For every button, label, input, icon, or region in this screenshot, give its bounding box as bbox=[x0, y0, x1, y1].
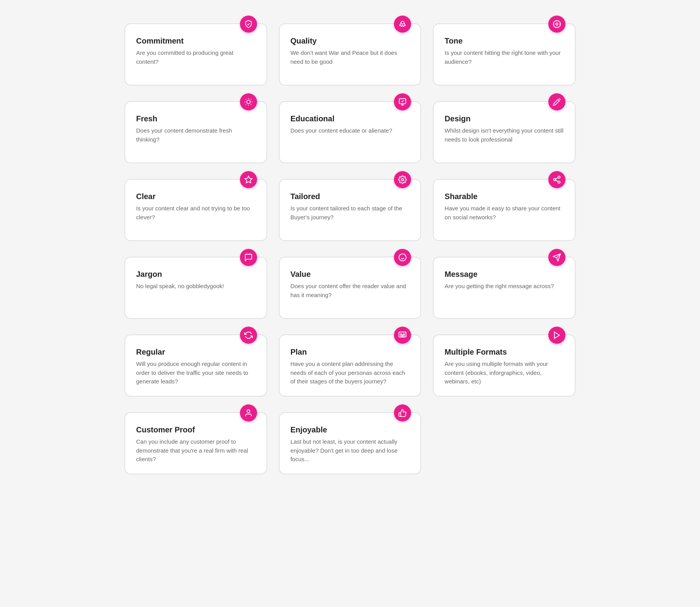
quality-icon bbox=[394, 16, 411, 33]
card-regular: Regular Will you produce enough regular … bbox=[124, 334, 267, 397]
tone-desc: Is your content hitting the right tone w… bbox=[444, 49, 564, 66]
svg-line-25 bbox=[556, 180, 558, 182]
fresh-icon bbox=[240, 93, 257, 110]
card-multiple-formats: Multiple Formats Are you using multiple … bbox=[433, 334, 576, 397]
sharable-desc: Have you made it easy to share your cont… bbox=[444, 204, 564, 222]
jargon-icon bbox=[240, 249, 257, 266]
commitment-icon bbox=[240, 16, 257, 33]
regular-title: Regular bbox=[136, 348, 256, 357]
multiple-formats-icon bbox=[548, 327, 565, 344]
educational-title: Educational bbox=[290, 114, 410, 123]
svg-point-33 bbox=[401, 334, 402, 335]
svg-point-24 bbox=[558, 181, 560, 184]
card-customer-proof: Customer Proof Can you include any custo… bbox=[124, 412, 267, 474]
svg-point-22 bbox=[558, 176, 560, 178]
svg-point-2 bbox=[556, 23, 558, 25]
enjoyable-desc: Last but not least, is your content actu… bbox=[290, 437, 410, 464]
plan-icon bbox=[394, 327, 411, 344]
value-icon bbox=[394, 249, 411, 266]
svg-line-14 bbox=[246, 104, 246, 105]
regular-icon bbox=[240, 327, 257, 344]
card-fresh: Fresh Does your content demonstrate fres… bbox=[124, 101, 267, 163]
card-design: Design Whilst design isn't everything yo… bbox=[433, 101, 576, 163]
clear-desc: Is your content clear and not trying to … bbox=[136, 204, 256, 222]
svg-point-0 bbox=[401, 21, 404, 24]
svg-marker-20 bbox=[245, 176, 252, 183]
svg-line-11 bbox=[250, 104, 251, 105]
customer-proof-icon bbox=[240, 404, 257, 422]
svg-point-21 bbox=[402, 178, 404, 181]
educational-icon bbox=[394, 93, 411, 110]
svg-line-19 bbox=[559, 98, 560, 100]
customer-proof-title: Customer Proof bbox=[136, 425, 256, 434]
card-tailored: Tailored Is your content tailored to eac… bbox=[279, 179, 422, 241]
card-clear: Clear Is your content clear and not tryi… bbox=[124, 179, 267, 241]
svg-line-10 bbox=[246, 99, 246, 100]
card-grid: Commitment Are you committed to producin… bbox=[117, 16, 583, 482]
card-plan: Plan Have you a content plan addressing … bbox=[279, 334, 422, 397]
card-educational: Educational Does your content educate or… bbox=[279, 101, 422, 163]
sharable-title: Sharable bbox=[444, 192, 564, 201]
svg-point-27 bbox=[399, 254, 406, 261]
customer-proof-desc: Can you include any customer proof to de… bbox=[136, 437, 256, 464]
jargon-title: Jargon bbox=[136, 270, 256, 279]
clear-icon bbox=[240, 171, 257, 188]
tone-icon bbox=[548, 16, 565, 33]
enjoyable-icon bbox=[394, 404, 411, 422]
card-value: Value Does your content offer the reader… bbox=[279, 257, 422, 319]
svg-point-23 bbox=[554, 178, 556, 181]
fresh-title: Fresh bbox=[136, 114, 256, 123]
message-title: Message bbox=[444, 270, 564, 279]
value-desc: Does your content offer the reader value… bbox=[290, 282, 410, 299]
card-jargon: Jargon No legal speak, no gobbledygook! bbox=[124, 257, 267, 319]
message-desc: Are you getting the right message across… bbox=[444, 282, 564, 291]
commitment-desc: Are you committed to producing great con… bbox=[136, 49, 256, 66]
card-quality: Quality We don't want War and Peace but … bbox=[279, 23, 422, 86]
multiple-formats-title: Multiple Formats bbox=[444, 348, 564, 357]
card-tone: Tone Is your content hitting the right t… bbox=[433, 23, 576, 86]
card-commitment: Commitment Are you committed to producin… bbox=[124, 23, 267, 86]
tailored-title: Tailored bbox=[290, 192, 410, 201]
svg-line-26 bbox=[556, 178, 558, 179]
sharable-icon bbox=[548, 171, 565, 188]
tailored-desc: Is your content tailored to each stage o… bbox=[290, 204, 410, 222]
card-message: Message Are you getting the right messag… bbox=[433, 257, 576, 319]
quality-desc: We don't want War and Peace but it does … bbox=[290, 49, 410, 66]
plan-title: Plan bbox=[290, 348, 410, 357]
educational-desc: Does your content educate or alienate? bbox=[290, 126, 410, 135]
svg-marker-39 bbox=[555, 332, 560, 339]
quality-title: Quality bbox=[290, 37, 410, 45]
multiple-formats-desc: Are you using multiple formats with your… bbox=[444, 360, 564, 386]
regular-desc: Will you produce enough regular content … bbox=[136, 360, 256, 386]
svg-line-15 bbox=[250, 99, 251, 100]
card-sharable: Sharable Have you made it easy to share … bbox=[433, 179, 576, 241]
value-title: Value bbox=[290, 270, 410, 279]
commitment-title: Commitment bbox=[136, 37, 256, 45]
enjoyable-title: Enjoyable bbox=[290, 425, 410, 434]
jargon-desc: No legal speak, no gobbledygook! bbox=[136, 282, 256, 291]
svg-point-40 bbox=[247, 410, 250, 413]
card-enjoyable: Enjoyable Last but not least, is your co… bbox=[279, 412, 422, 474]
tailored-icon bbox=[394, 171, 411, 188]
design-icon bbox=[548, 93, 565, 110]
design-title: Design bbox=[444, 114, 564, 123]
clear-title: Clear bbox=[136, 192, 256, 201]
design-desc: Whilst design isn't everything your cont… bbox=[444, 126, 564, 144]
message-icon bbox=[548, 249, 565, 266]
svg-point-34 bbox=[403, 334, 405, 335]
fresh-desc: Does your content demonstrate fresh thin… bbox=[136, 126, 256, 144]
plan-desc: Have you a content plan addressing the n… bbox=[290, 360, 410, 386]
svg-point-7 bbox=[247, 100, 250, 103]
tone-title: Tone bbox=[444, 37, 564, 45]
